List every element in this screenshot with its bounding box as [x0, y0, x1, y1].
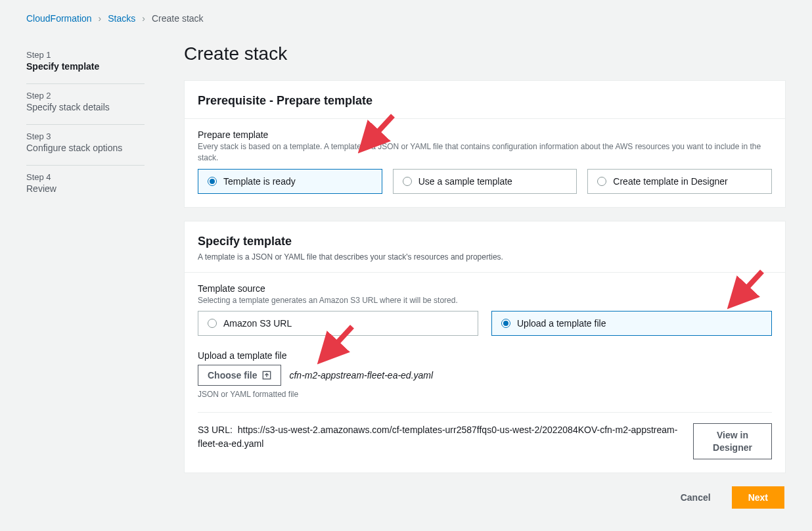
- field-label-upload: Upload a template file: [198, 350, 772, 361]
- radio-icon: [208, 319, 217, 328]
- radio-upload-file[interactable]: Upload a template file: [491, 311, 772, 336]
- radio-template-ready[interactable]: Template is ready: [198, 169, 382, 194]
- radio-icon: [597, 177, 606, 186]
- panel-prepare-template: Prerequisite - Prepare template Prepare …: [184, 80, 786, 208]
- cancel-button[interactable]: Cancel: [670, 486, 721, 509]
- wizard-step-3: Step 3 Configure stack options: [26, 125, 145, 166]
- radio-use-sample[interactable]: Use a sample template: [393, 169, 577, 194]
- choose-file-label: Choose file: [208, 370, 257, 381]
- chevron-right-icon: ›: [142, 13, 145, 24]
- chevron-right-icon: ›: [99, 13, 102, 24]
- next-button[interactable]: Next: [732, 486, 784, 509]
- wizard-step-4: Step 4 Review: [26, 166, 145, 206]
- step-number: Step 4: [26, 172, 145, 182]
- step-name: Specify template: [26, 61, 145, 72]
- radio-label: Use a sample template: [418, 176, 512, 187]
- radio-label: Amazon S3 URL: [223, 318, 292, 329]
- breadcrumb-root[interactable]: CloudFormation: [26, 13, 92, 24]
- wizard-footer: Cancel Next: [184, 486, 786, 509]
- breadcrumb-stacks[interactable]: Stacks: [108, 13, 135, 24]
- radio-icon: [501, 319, 510, 328]
- upload-hint: JSON or YAML formatted file: [198, 390, 772, 399]
- s3-url-display: S3 URL: https://s3-us-west-2.amazonaws.c…: [198, 423, 683, 451]
- radio-label: Template is ready: [223, 176, 296, 187]
- wizard-step-2: Step 2 Specify stack details: [26, 84, 145, 125]
- panel-heading: Specify template: [198, 235, 772, 248]
- panel-specify-template: Specify template A template is a JSON or…: [184, 221, 786, 473]
- wizard-step-1[interactable]: Step 1 Specify template: [26, 43, 145, 84]
- breadcrumb-current: Create stack: [152, 13, 204, 24]
- view-in-designer-button[interactable]: View in Designer: [693, 423, 772, 459]
- s3-url-label: S3 URL:: [198, 425, 233, 435]
- page-title: Create stack: [184, 43, 786, 64]
- s3-url-value: https://s3-us-west-2.amazonaws.com/cf-te…: [198, 425, 677, 449]
- radio-label: Upload a template file: [517, 318, 606, 329]
- step-number: Step 2: [26, 91, 145, 101]
- upload-icon: [262, 371, 271, 380]
- radio-icon: [403, 177, 412, 186]
- radio-create-designer[interactable]: Create template in Designer: [587, 169, 772, 194]
- radio-label: Create template in Designer: [613, 176, 727, 187]
- step-number: Step 3: [26, 131, 145, 141]
- field-label-source: Template source: [198, 283, 772, 294]
- radio-group-source: Amazon S3 URL Upload a template file: [198, 311, 772, 336]
- field-desc-prepare: Every stack is based on a template. A te…: [198, 141, 772, 164]
- step-name: Specify stack details: [26, 102, 145, 112]
- breadcrumb: CloudFormation › Stacks › Create stack: [26, 13, 786, 24]
- radio-group-prepare: Template is ready Use a sample template …: [198, 169, 772, 194]
- radio-s3-url[interactable]: Amazon S3 URL: [198, 311, 478, 336]
- radio-icon: [208, 177, 217, 186]
- field-desc-source: Selecting a template generates an Amazon…: [198, 295, 772, 306]
- panel-heading: Prerequisite - Prepare template: [198, 94, 772, 108]
- uploaded-filename: cfn-m2-appstream-fleet-ea-ed.yaml: [289, 370, 433, 381]
- step-name: Configure stack options: [26, 143, 145, 153]
- field-label-prepare: Prepare template: [198, 129, 772, 140]
- step-number: Step 1: [26, 50, 145, 60]
- choose-file-button[interactable]: Choose file: [198, 365, 281, 386]
- step-name: Review: [26, 183, 145, 194]
- wizard-sidebar: Step 1 Specify template Step 2 Specify s…: [26, 43, 145, 509]
- panel-desc: A template is a JSON or YAML file that d…: [198, 252, 772, 262]
